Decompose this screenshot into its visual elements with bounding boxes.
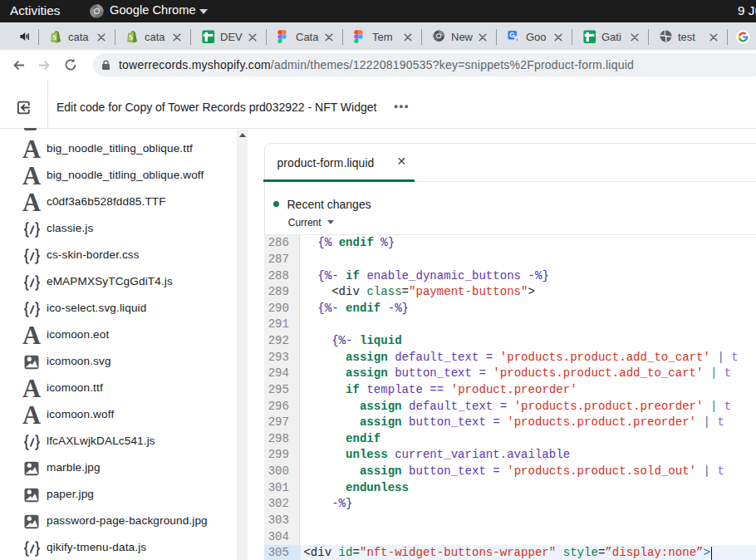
svg-text:G: G xyxy=(509,31,515,39)
svg-text:S: S xyxy=(52,33,57,42)
svg-text:x: x xyxy=(516,37,518,42)
svg-text:S: S xyxy=(129,33,134,42)
